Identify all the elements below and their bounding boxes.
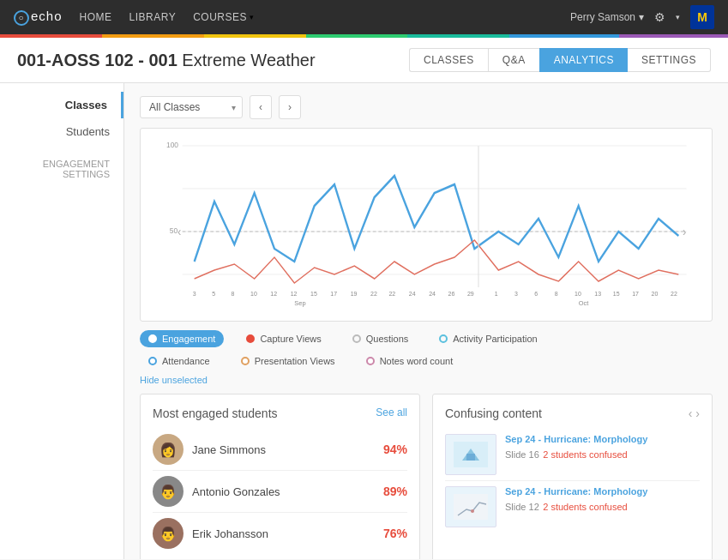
svg-text:100: 100: [166, 141, 178, 149]
see-all-link[interactable]: See all: [376, 406, 407, 418]
most-engaged-card: See all Most engaged students 👩 Jane Sim…: [140, 394, 420, 559]
legend-engagement-label: Engagement: [162, 334, 215, 344]
svg-text:17: 17: [632, 290, 639, 298]
course-code: 001-AOSS 102 - 001: [17, 51, 182, 69]
chart-svg: 100 50 ‹ › 3 5: [166, 137, 695, 309]
class-filter-select[interactable]: All Classes Sep Classes Oct Classes: [140, 96, 243, 118]
course-title: Extreme Weather: [182, 51, 315, 69]
confusing-prev-button[interactable]: ‹: [689, 406, 693, 420]
svg-text:24: 24: [429, 290, 436, 298]
legend-presentation-label: Presentation Views: [255, 356, 335, 366]
confusing-nav-arrows: ‹ ›: [689, 406, 700, 420]
confusing-item-0: Sep 24 - Hurricane: Morphology Slide 16 …: [445, 429, 700, 481]
svg-text:26: 26: [448, 290, 455, 298]
student-name-1: Antonio Gonzales: [192, 485, 375, 498]
svg-text:22: 22: [671, 290, 677, 298]
content-slide-0: Slide 16: [505, 449, 539, 460]
svg-text:10: 10: [250, 290, 257, 298]
chart-legend-row1: Engagement Capture Views Questions Activ…: [140, 330, 713, 347]
nav-courses[interactable]: COURSES: [193, 11, 247, 23]
echo-logo: ○echo: [14, 9, 63, 25]
sidebar-item-classes[interactable]: Classes: [0, 92, 123, 118]
legend-attendance-dot: [148, 357, 157, 365]
sidebar-section-engagement: Engagement Settings: [0, 145, 123, 184]
nav-user[interactable]: Perry Samson ▾: [570, 11, 644, 23]
svg-text:24: 24: [409, 290, 416, 298]
svg-rect-40: [454, 494, 488, 520]
student-name-0: Jane Simmons: [192, 443, 375, 456]
svg-text:6: 6: [534, 290, 538, 298]
legend-engagement-dot: [148, 334, 157, 343]
svg-text:3: 3: [193, 290, 196, 298]
legend-presentation[interactable]: Presentation Views: [232, 352, 344, 370]
legend-notes[interactable]: Notes word count: [358, 352, 462, 370]
legend-attendance-label: Attendance: [162, 356, 210, 366]
student-name-2: Erik Johansson: [192, 527, 375, 540]
svg-text:10: 10: [575, 290, 581, 298]
svg-text:22: 22: [370, 290, 377, 298]
svg-rect-39: [466, 454, 475, 461]
content-link-1[interactable]: Sep 24 - Hurricane: Morphology: [505, 486, 700, 497]
sidebar-item-students[interactable]: Students: [0, 118, 123, 145]
svg-text:5: 5: [212, 290, 215, 298]
student-avatar-0: 👩: [153, 434, 184, 465]
svg-text:12: 12: [270, 290, 277, 298]
legend-questions[interactable]: Questions: [344, 330, 418, 347]
student-avatar-2: 👨: [153, 518, 184, 549]
svg-text:›: ›: [683, 226, 686, 239]
legend-attendance[interactable]: Attendance: [140, 352, 219, 370]
content-info-1: Sep 24 - Hurricane: Morphology Slide 12 …: [505, 486, 700, 527]
student-score-1: 89%: [383, 485, 407, 498]
svg-text:15: 15: [613, 290, 620, 298]
top-navigation: ○echo HOME LIBRARY COURSES ▾ Perry Samso…: [0, 0, 728, 34]
chart-prev-button[interactable]: ‹: [250, 95, 272, 119]
tab-analytics[interactable]: ANALYTICS: [539, 48, 628, 72]
student-score-0: 94%: [383, 443, 407, 456]
student-row-2: 👨 Erik Johansson 76%: [153, 513, 407, 554]
filter-row: All Classes Sep Classes Oct Classes ▾ ‹ …: [140, 95, 713, 119]
confusing-item-1: Sep 24 - Hurricane: Morphology Slide 12 …: [445, 481, 700, 533]
tab-classes[interactable]: CLASSES: [409, 48, 488, 72]
nav-right: Perry Samson ▾ ⚙ ▾ M: [570, 5, 714, 29]
user-chevron-icon: ▾: [639, 11, 644, 23]
bottom-section: See all Most engaged students 👩 Jane Sim…: [140, 394, 713, 559]
university-logo: M: [690, 5, 714, 29]
legend-notes-dot: [366, 357, 375, 365]
legend-activity-label: Activity Participation: [453, 334, 537, 344]
tab-qa[interactable]: Q&A: [488, 48, 539, 72]
engagement-chart: 100 50 ‹ › 3 5: [140, 128, 713, 322]
nav-home[interactable]: HOME: [80, 11, 112, 23]
student-row-1: 👨 Antonio Gonzales 89%: [153, 471, 407, 513]
student-avatar-1: 👨: [153, 476, 184, 507]
content-link-0[interactable]: Sep 24 - Hurricane: Morphology: [505, 434, 700, 444]
svg-text:3: 3: [514, 290, 518, 298]
confusing-next-button[interactable]: ›: [695, 406, 700, 420]
confusing-content-card: Confusing content ‹ ›: [432, 394, 713, 559]
content-thumb-1: [445, 486, 496, 527]
page-title: 001-AOSS 102 - 001 Extreme Weather: [17, 51, 316, 70]
legend-capture-views[interactable]: Capture Views: [238, 330, 329, 347]
hide-unselected-link[interactable]: Hide unselected: [140, 375, 713, 385]
legend-activity[interactable]: Activity Participation: [430, 330, 545, 347]
main-content: All Classes Sep Classes Oct Classes ▾ ‹ …: [124, 83, 728, 559]
content-thumb-0: [445, 434, 496, 475]
legend-questions-label: Questions: [366, 334, 409, 344]
legend-capture-label: Capture Views: [260, 334, 321, 344]
chart-next-button[interactable]: ›: [279, 95, 301, 119]
settings-gear-icon[interactable]: ⚙: [654, 10, 665, 24]
content-slide-1: Slide 12: [505, 502, 539, 512]
svg-text:13: 13: [594, 290, 601, 298]
student-avatar-img-1: 👨: [153, 476, 184, 507]
confusing-content-title: Confusing content: [445, 406, 689, 420]
svg-text:20: 20: [652, 290, 659, 298]
nav-library[interactable]: LIBRARY: [129, 11, 177, 23]
student-avatar-img-2: 👨: [153, 518, 184, 549]
sidebar: Classes Students Engagement Settings: [0, 83, 124, 559]
legend-engagement[interactable]: Engagement: [140, 330, 224, 347]
nav-courses-wrapper[interactable]: COURSES ▾: [193, 11, 254, 23]
echo-icon: ○: [14, 10, 29, 26]
svg-text:Oct: Oct: [579, 299, 589, 307]
tab-settings[interactable]: SETTINGS: [628, 48, 711, 72]
class-filter-wrapper: All Classes Sep Classes Oct Classes ▾: [140, 96, 243, 118]
svg-text:1: 1: [495, 290, 498, 298]
